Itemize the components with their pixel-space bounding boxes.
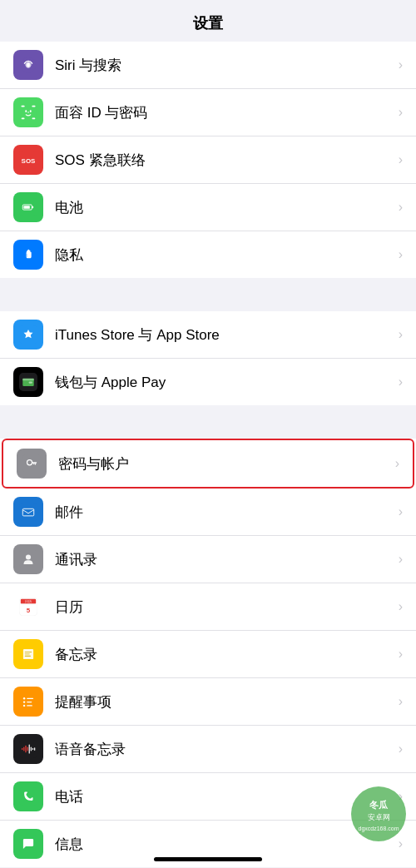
svg-rect-21 — [22, 379, 33, 380]
privacy-label: 隐私 — [55, 246, 394, 265]
messages-icon — [13, 829, 43, 859]
svg-rect-59 — [19, 787, 37, 806]
settings-row-faceid[interactable]: 面容 ID 与密码 › — [0, 89, 416, 136]
chevron-icon: › — [399, 647, 403, 662]
separator-2 — [0, 422, 416, 439]
settings-list: Siri 与搜索 › — [0, 42, 416, 867]
svg-rect-7 — [25, 110, 27, 112]
mail-label: 邮件 — [55, 503, 394, 522]
section-group-1: Siri 与搜索 › — [0, 42, 416, 278]
siri-label: Siri 与搜索 — [55, 56, 394, 75]
faceid-icon — [13, 97, 43, 127]
settings-row-siri[interactable]: Siri 与搜索 › — [0, 42, 416, 89]
settings-row-notes[interactable]: 备忘录 › — [0, 631, 416, 678]
chevron-icon: › — [399, 247, 403, 262]
svg-rect-47 — [27, 702, 32, 702]
svg-rect-49 — [27, 705, 32, 706]
svg-rect-52 — [23, 747, 24, 751]
svg-rect-5 — [22, 117, 25, 119]
svg-rect-6 — [32, 117, 36, 119]
voicememo-label: 语音备忘录 — [55, 740, 394, 759]
messages-label: 信息 — [55, 835, 394, 854]
reminders-icon — [13, 687, 43, 717]
svg-rect-54 — [27, 747, 27, 751]
separator-1 — [0, 295, 416, 311]
svg-text:SOS: SOS — [22, 157, 36, 165]
section-group-3: 密码与帐户 › 邮件 › 通讯录 — [0, 439, 416, 867]
svg-rect-42 — [25, 656, 31, 657]
svg-rect-25 — [32, 462, 37, 464]
battery-label: 电池 — [55, 198, 394, 217]
svg-rect-8 — [30, 110, 32, 112]
notes-label: 备忘录 — [55, 645, 394, 664]
svg-point-44 — [23, 697, 25, 699]
settings-row-privacy[interactable]: 隐私 › — [0, 231, 416, 278]
settings-row-wallet[interactable]: 钱包与 Apple Pay › — [0, 359, 416, 405]
svg-rect-40 — [25, 652, 32, 652]
sos-icon: SOS — [13, 145, 43, 175]
svg-rect-3 — [22, 106, 25, 107]
svg-rect-14 — [32, 206, 33, 208]
svg-rect-41 — [25, 653, 30, 654]
chevron-icon: › — [395, 456, 399, 471]
settings-row-calendar[interactable]: 5 日历 日历 › — [0, 583, 416, 631]
settings-row-passwords[interactable]: 密码与帐户 › — [2, 439, 414, 489]
svg-rect-26 — [35, 464, 37, 465]
chevron-icon: › — [399, 836, 403, 851]
calendar-label: 日历 — [55, 598, 394, 617]
contacts-icon — [13, 544, 43, 574]
phone-label: 电话 — [55, 787, 394, 806]
chevron-icon: › — [399, 504, 403, 519]
svg-point-48 — [23, 705, 25, 707]
svg-rect-17 — [27, 254, 27, 257]
settings-row-battery[interactable]: 电池 › — [0, 184, 416, 231]
svg-rect-53 — [25, 746, 26, 753]
svg-rect-58 — [34, 747, 35, 751]
chevron-icon: › — [399, 374, 403, 389]
chevron-icon: › — [399, 694, 403, 709]
itunes-label: iTunes Store 与 App Store — [55, 325, 394, 345]
wallet-icon — [13, 367, 43, 397]
svg-point-46 — [23, 701, 25, 702]
wallet-label: 钱包与 Apple Pay — [55, 373, 394, 392]
settings-row-mail[interactable]: 邮件 › — [0, 489, 416, 536]
svg-rect-55 — [29, 745, 30, 754]
settings-row-contacts[interactable]: 通讯录 › — [0, 536, 416, 583]
svg-rect-4 — [32, 106, 36, 107]
chevron-icon: › — [399, 57, 403, 72]
mail-icon — [13, 497, 43, 527]
sos-label: SOS 紧急联络 — [55, 151, 394, 170]
chevron-icon: › — [399, 200, 403, 215]
svg-rect-56 — [31, 747, 32, 751]
chevron-icon: › — [399, 552, 403, 567]
home-indicator — [154, 857, 262, 861]
svg-point-31 — [26, 555, 31, 560]
appstore-icon — [13, 320, 43, 350]
svg-rect-57 — [32, 748, 33, 750]
settings-row-itunes[interactable]: iTunes Store 与 App Store › — [0, 311, 416, 359]
svg-rect-9 — [28, 112, 29, 113]
svg-rect-51 — [22, 748, 22, 750]
chevron-icon: › — [399, 742, 403, 756]
svg-rect-28 — [19, 503, 37, 521]
chevron-icon: › — [399, 105, 403, 120]
svg-rect-45 — [27, 698, 33, 699]
svg-point-1 — [27, 62, 30, 67]
notes-icon — [13, 639, 43, 669]
svg-rect-22 — [29, 381, 32, 383]
calendar-icon: 5 日历 — [13, 592, 43, 622]
contacts-label: 通讯录 — [55, 550, 394, 569]
page-title: 设置 — [0, 0, 416, 42]
svg-rect-27 — [33, 464, 35, 464]
phone-icon — [13, 781, 43, 811]
settings-row-phone[interactable]: 电话 › — [0, 773, 416, 821]
voicememo-icon — [13, 734, 43, 764]
settings-row-voicememo[interactable]: 语音备忘录 › — [0, 726, 416, 773]
chevron-icon: › — [399, 327, 403, 342]
settings-row-reminders[interactable]: 提醒事项 › — [0, 678, 416, 726]
reminders-label: 提醒事项 — [55, 692, 394, 712]
chevron-icon: › — [399, 789, 403, 804]
chevron-icon: › — [399, 152, 403, 167]
faceid-label: 面容 ID 与密码 — [55, 103, 394, 122]
settings-row-sos[interactable]: SOS SOS 紧急联络 › — [0, 136, 416, 184]
